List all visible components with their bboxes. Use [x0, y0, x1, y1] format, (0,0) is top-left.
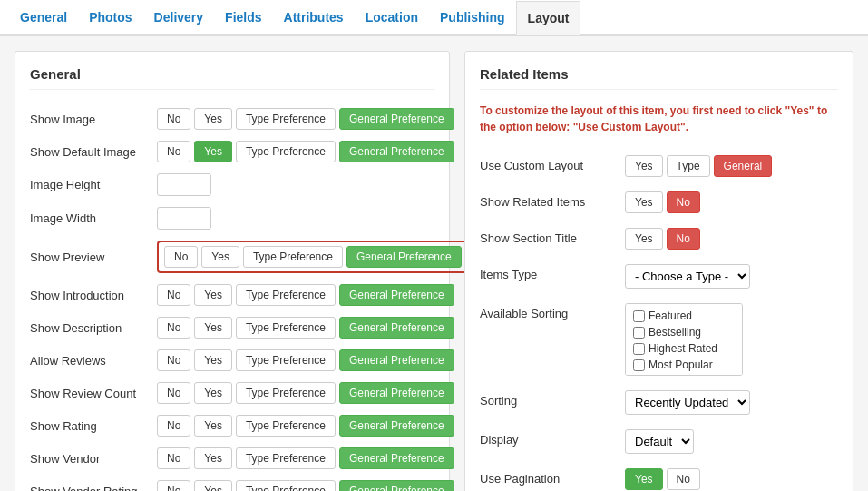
show-vendor-rating-label: Show Vendor Rating	[30, 485, 157, 492]
show-vendor-rating-controls: No Yes Type Preference General Preferenc…	[157, 480, 454, 491]
show-rating-no[interactable]: No	[157, 415, 190, 437]
show-image-no[interactable]: No	[157, 108, 190, 130]
left-panel-title: General	[30, 66, 434, 90]
tab-photos[interactable]: Photos	[78, 0, 142, 34]
show-image-gen-pref[interactable]: General Preference	[339, 108, 454, 130]
warning-text: To customize the layout of this item, yo…	[480, 103, 838, 135]
show-review-count-yes[interactable]: Yes	[194, 382, 232, 404]
show-rating-gen-pref[interactable]: General Preference	[339, 415, 454, 437]
show-desc-type-pref[interactable]: Type Preference	[236, 317, 336, 339]
show-image-type-pref[interactable]: Type Preference	[236, 108, 336, 130]
show-vendor-rating-yes[interactable]: Yes	[194, 480, 232, 491]
show-default-gen-pref[interactable]: General Preference	[339, 141, 454, 162]
show-rating-controls: No Yes Type Preference General Preferenc…	[157, 415, 454, 437]
use-custom-layout-controls: Yes Type General	[625, 155, 772, 177]
show-default-image-row: Show Default Image No Yes Type Preferenc…	[30, 135, 434, 168]
sorting-bestselling-checkbox[interactable]	[633, 327, 645, 339]
tab-delivery[interactable]: Delivery	[143, 0, 214, 34]
show-vendor-rating-no[interactable]: No	[157, 480, 190, 491]
image-height-controls	[157, 173, 211, 196]
show-vendor-rating-gen-pref[interactable]: General Preference	[339, 480, 454, 491]
allow-reviews-yes[interactable]: Yes	[194, 349, 232, 371]
show-rating-row: Show Rating No Yes Type Preference Gener…	[30, 409, 434, 442]
display-label: Display	[480, 429, 625, 447]
show-desc-controls: No Yes Type Preference General Preferenc…	[157, 317, 454, 339]
show-desc-no[interactable]: No	[157, 317, 190, 339]
show-default-type-pref[interactable]: Type Preference	[236, 141, 336, 162]
show-preview-no[interactable]: No	[164, 246, 198, 268]
allow-reviews-no[interactable]: No	[157, 349, 190, 371]
show-image-yes[interactable]: Yes	[194, 108, 232, 130]
sorting-controls: Recently Updated Featured Bestselling	[625, 390, 750, 415]
show-review-count-gen-pref[interactable]: General Preference	[339, 382, 454, 404]
show-vendor-controls: No Yes Type Preference General Preferenc…	[157, 447, 454, 469]
show-review-count-no[interactable]: No	[157, 382, 190, 404]
show-intro-label: Show Introduction	[30, 289, 157, 302]
show-default-no[interactable]: No	[157, 141, 190, 162]
sorting-featured-checkbox[interactable]	[633, 310, 645, 322]
sorting-bestselling[interactable]: Bestselling	[633, 326, 735, 339]
image-height-label: Image Height	[30, 178, 157, 191]
show-desc-row: Show Description No Yes Type Preference …	[30, 311, 434, 344]
sorting-label: Sorting	[480, 390, 625, 408]
show-preview-gen-pref[interactable]: General Preference	[346, 246, 462, 268]
section-title-no[interactable]: No	[667, 228, 700, 250]
show-rating-type-pref[interactable]: Type Preference	[236, 415, 336, 437]
allow-reviews-gen-pref[interactable]: General Preference	[339, 349, 454, 371]
show-vendor-yes[interactable]: Yes	[194, 447, 232, 469]
show-desc-label: Show Description	[30, 321, 157, 335]
allow-reviews-label: Allow Reviews	[30, 354, 157, 368]
right-panel: Related Items To customize the layout of…	[464, 51, 853, 491]
left-panel: General Show Image No Yes Type Preferenc…	[15, 51, 450, 491]
show-related-items-label: Show Related Items	[480, 191, 625, 209]
show-default-yes[interactable]: Yes	[194, 141, 232, 162]
sorting-select[interactable]: Recently Updated Featured Bestselling	[625, 390, 750, 415]
sorting-most-popular[interactable]: Most Popular	[633, 358, 735, 371]
tab-layout[interactable]: Layout	[516, 1, 581, 35]
show-vendor-gen-pref[interactable]: General Preference	[339, 447, 454, 469]
show-vendor-no[interactable]: No	[157, 447, 190, 469]
custom-layout-yes[interactable]: Yes	[625, 155, 663, 177]
show-image-label: Show Image	[30, 113, 157, 126]
section-title-yes[interactable]: Yes	[625, 228, 663, 250]
image-width-controls	[157, 207, 211, 230]
show-intro-no[interactable]: No	[157, 284, 190, 306]
show-intro-type-pref[interactable]: Type Preference	[236, 284, 336, 306]
show-vendor-rating-type-pref[interactable]: Type Preference	[236, 480, 336, 491]
display-select[interactable]: Default	[625, 429, 694, 454]
show-vendor-rating-row: Show Vendor Rating No Yes Type Preferenc…	[30, 475, 434, 491]
tab-publishing[interactable]: Publishing	[429, 0, 516, 34]
items-type-select[interactable]: - Choose a Type -	[625, 264, 750, 289]
custom-layout-type[interactable]: Type	[667, 155, 710, 177]
sorting-featured[interactable]: Featured	[633, 309, 735, 322]
pagination-yes[interactable]: Yes	[625, 468, 663, 490]
show-review-count-type-pref[interactable]: Type Preference	[236, 382, 336, 404]
image-width-input[interactable]	[157, 207, 211, 230]
image-height-input[interactable]	[157, 173, 211, 196]
display-controls: Default	[625, 429, 694, 454]
show-preview-type-pref[interactable]: Type Preference	[243, 246, 343, 268]
tab-fields[interactable]: Fields	[214, 0, 272, 34]
sorting-highest-rated[interactable]: Highest Rated	[633, 342, 735, 355]
sorting-highest-rated-checkbox[interactable]	[633, 343, 645, 355]
tab-location[interactable]: Location	[355, 0, 429, 34]
related-items-yes[interactable]: Yes	[625, 191, 663, 213]
show-image-controls: No Yes Type Preference General Preferenc…	[157, 108, 454, 130]
show-vendor-type-pref[interactable]: Type Preference	[236, 447, 336, 469]
show-intro-yes[interactable]: Yes	[194, 284, 232, 306]
show-preview-yes[interactable]: Yes	[201, 246, 239, 268]
custom-layout-general[interactable]: General	[714, 155, 773, 177]
related-items-no[interactable]: No	[667, 191, 700, 213]
pagination-no[interactable]: No	[667, 468, 700, 490]
show-rating-yes[interactable]: Yes	[194, 415, 232, 437]
tab-general[interactable]: General	[9, 0, 78, 34]
show-desc-gen-pref[interactable]: General Preference	[339, 317, 454, 339]
image-height-row: Image Height	[30, 168, 434, 201]
show-intro-gen-pref[interactable]: General Preference	[339, 284, 454, 306]
tab-attributes[interactable]: Attributes	[273, 0, 355, 34]
allow-reviews-type-pref[interactable]: Type Preference	[236, 349, 336, 371]
show-desc-yes[interactable]: Yes	[194, 317, 232, 339]
show-related-items-controls: Yes No	[625, 191, 700, 213]
sorting-most-popular-checkbox[interactable]	[633, 359, 645, 371]
show-preview-label: Show Preview	[30, 250, 157, 264]
